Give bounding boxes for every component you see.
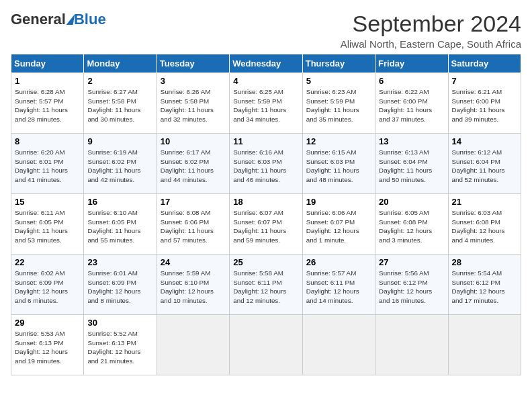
day-number: 19 [306, 197, 371, 207]
calendar-cell [302, 315, 375, 375]
calendar-table: SundayMondayTuesdayWednesdayThursdayFrid… [11, 54, 521, 375]
day-number: 14 [452, 136, 517, 146]
calendar-cell: 26Sunrise: 5:57 AMSunset: 6:11 PMDayligh… [302, 255, 375, 315]
calendar-cell: 29Sunrise: 5:53 AMSunset: 6:13 PMDayligh… [11, 315, 84, 375]
day-info: Sunrise: 5:57 AMSunset: 6:11 PMDaylight:… [306, 269, 371, 306]
day-info: Sunrise: 5:58 AMSunset: 6:11 PMDaylight:… [233, 269, 298, 306]
calendar-cell: 10Sunrise: 6:17 AMSunset: 6:02 PMDayligh… [157, 134, 229, 194]
calendar-cell: 15Sunrise: 6:11 AMSunset: 6:05 PMDayligh… [11, 194, 84, 255]
weekday-header: Saturday [448, 54, 521, 73]
calendar-cell: 2Sunrise: 6:27 AMSunset: 5:58 PMDaylight… [84, 73, 157, 134]
day-number: 21 [452, 197, 517, 207]
calendar-cell: 7Sunrise: 6:21 AMSunset: 6:00 PMDaylight… [448, 73, 521, 134]
weekday-header: Wednesday [230, 54, 302, 73]
calendar-cell: 28Sunrise: 5:54 AMSunset: 6:12 PMDayligh… [448, 255, 521, 315]
day-info: Sunrise: 6:15 AMSunset: 6:03 PMDaylight:… [306, 148, 371, 185]
day-info: Sunrise: 6:20 AMSunset: 6:01 PMDaylight:… [15, 148, 80, 185]
location-subtitle: Aliwal North, Eastern Cape, South Africa [341, 38, 521, 50]
day-info: Sunrise: 6:23 AMSunset: 5:59 PMDaylight:… [306, 87, 371, 124]
day-number: 11 [233, 136, 298, 146]
day-info: Sunrise: 6:22 AMSunset: 6:00 PMDaylight:… [379, 87, 444, 124]
day-info: Sunrise: 6:17 AMSunset: 6:02 PMDaylight:… [161, 148, 226, 185]
calendar-cell: 4Sunrise: 6:25 AMSunset: 5:59 PMDaylight… [230, 73, 302, 134]
calendar-cell: 6Sunrise: 6:22 AMSunset: 6:00 PMDaylight… [375, 73, 448, 134]
calendar-cell: 22Sunrise: 6:02 AMSunset: 6:09 PMDayligh… [11, 255, 84, 315]
calendar-cell: 27Sunrise: 5:56 AMSunset: 6:12 PMDayligh… [375, 255, 448, 315]
calendar-cell: 23Sunrise: 6:01 AMSunset: 6:09 PMDayligh… [84, 255, 157, 315]
calendar-cell [157, 315, 229, 375]
day-info: Sunrise: 6:05 AMSunset: 6:08 PMDaylight:… [379, 208, 444, 245]
day-info: Sunrise: 6:26 AMSunset: 5:58 PMDaylight:… [161, 87, 226, 124]
day-number: 30 [87, 318, 152, 328]
day-number: 13 [379, 136, 444, 146]
day-number: 25 [233, 257, 298, 267]
day-number: 12 [306, 136, 371, 146]
calendar-cell: 3Sunrise: 6:26 AMSunset: 5:58 PMDaylight… [157, 73, 229, 134]
logo-blue-text: Blue [74, 11, 106, 28]
calendar-week-row: 29Sunrise: 5:53 AMSunset: 6:13 PMDayligh… [11, 315, 521, 375]
calendar-week-row: 22Sunrise: 6:02 AMSunset: 6:09 PMDayligh… [11, 255, 521, 315]
weekday-header: Thursday [302, 54, 375, 73]
day-number: 22 [15, 257, 80, 267]
day-info: Sunrise: 6:06 AMSunset: 6:07 PMDaylight:… [306, 208, 371, 245]
calendar-cell: 13Sunrise: 6:13 AMSunset: 6:04 PMDayligh… [375, 134, 448, 194]
calendar-cell: 9Sunrise: 6:19 AMSunset: 6:02 PMDaylight… [84, 134, 157, 194]
day-number: 10 [161, 136, 226, 146]
day-info: Sunrise: 6:13 AMSunset: 6:04 PMDaylight:… [379, 148, 444, 185]
day-number: 23 [87, 257, 152, 267]
calendar-cell: 25Sunrise: 5:58 AMSunset: 6:11 PMDayligh… [230, 255, 302, 315]
day-number: 7 [452, 76, 517, 86]
day-number: 20 [379, 197, 444, 207]
calendar-cell: 20Sunrise: 6:05 AMSunset: 6:08 PMDayligh… [375, 194, 448, 255]
day-number: 24 [161, 257, 226, 267]
calendar-week-row: 1Sunrise: 6:28 AMSunset: 5:57 PMDaylight… [11, 73, 521, 134]
day-info: Sunrise: 6:12 AMSunset: 6:04 PMDaylight:… [452, 148, 517, 185]
calendar-cell: 30Sunrise: 5:52 AMSunset: 6:13 PMDayligh… [84, 315, 157, 375]
day-info: Sunrise: 5:54 AMSunset: 6:12 PMDaylight:… [452, 269, 517, 306]
weekday-header: Friday [375, 54, 448, 73]
day-info: Sunrise: 5:56 AMSunset: 6:12 PMDaylight:… [379, 269, 444, 306]
calendar-cell [375, 315, 448, 375]
day-info: Sunrise: 5:59 AMSunset: 6:10 PMDaylight:… [161, 269, 226, 306]
calendar-cell: 8Sunrise: 6:20 AMSunset: 6:01 PMDaylight… [11, 134, 84, 194]
calendar-cell: 5Sunrise: 6:23 AMSunset: 5:59 PMDaylight… [302, 73, 375, 134]
page-header: General Blue September 2024 Aliwal North… [11, 11, 521, 50]
day-info: Sunrise: 6:19 AMSunset: 6:02 PMDaylight:… [87, 148, 152, 185]
calendar-cell: 24Sunrise: 5:59 AMSunset: 6:10 PMDayligh… [157, 255, 229, 315]
weekday-header: Tuesday [157, 54, 229, 73]
logo: General Blue [11, 11, 106, 28]
day-number: 2 [87, 76, 152, 86]
day-info: Sunrise: 6:27 AMSunset: 5:58 PMDaylight:… [87, 87, 152, 124]
day-number: 15 [15, 197, 80, 207]
calendar-week-row: 15Sunrise: 6:11 AMSunset: 6:05 PMDayligh… [11, 194, 521, 255]
day-number: 5 [306, 76, 371, 86]
day-info: Sunrise: 6:08 AMSunset: 6:06 PMDaylight:… [161, 208, 226, 245]
day-number: 17 [161, 197, 226, 207]
calendar-cell [448, 315, 521, 375]
calendar-cell: 1Sunrise: 6:28 AMSunset: 5:57 PMDaylight… [11, 73, 84, 134]
calendar-cell: 17Sunrise: 6:08 AMSunset: 6:06 PMDayligh… [157, 194, 229, 255]
calendar-cell: 19Sunrise: 6:06 AMSunset: 6:07 PMDayligh… [302, 194, 375, 255]
day-number: 16 [87, 197, 152, 207]
day-number: 6 [379, 76, 444, 86]
day-info: Sunrise: 5:52 AMSunset: 6:13 PMDaylight:… [87, 329, 152, 366]
calendar-cell: 16Sunrise: 6:10 AMSunset: 6:05 PMDayligh… [84, 194, 157, 255]
calendar-cell: 12Sunrise: 6:15 AMSunset: 6:03 PMDayligh… [302, 134, 375, 194]
calendar-cell: 11Sunrise: 6:16 AMSunset: 6:03 PMDayligh… [230, 134, 302, 194]
day-info: Sunrise: 6:28 AMSunset: 5:57 PMDaylight:… [15, 87, 80, 124]
day-info: Sunrise: 6:11 AMSunset: 6:05 PMDaylight:… [15, 208, 80, 245]
weekday-header-row: SundayMondayTuesdayWednesdayThursdayFrid… [11, 54, 521, 73]
weekday-header: Sunday [11, 54, 84, 73]
day-info: Sunrise: 6:02 AMSunset: 6:09 PMDaylight:… [15, 269, 80, 306]
day-number: 3 [161, 76, 226, 86]
day-info: Sunrise: 6:25 AMSunset: 5:59 PMDaylight:… [233, 87, 298, 124]
day-info: Sunrise: 6:10 AMSunset: 6:05 PMDaylight:… [87, 208, 152, 245]
day-number: 8 [15, 136, 80, 146]
day-number: 27 [379, 257, 444, 267]
weekday-header: Monday [84, 54, 157, 73]
day-number: 28 [452, 257, 517, 267]
calendar-cell [230, 315, 302, 375]
calendar-cell: 18Sunrise: 6:07 AMSunset: 6:07 PMDayligh… [230, 194, 302, 255]
day-info: Sunrise: 6:16 AMSunset: 6:03 PMDaylight:… [233, 148, 298, 185]
day-info: Sunrise: 5:53 AMSunset: 6:13 PMDaylight:… [15, 329, 80, 366]
